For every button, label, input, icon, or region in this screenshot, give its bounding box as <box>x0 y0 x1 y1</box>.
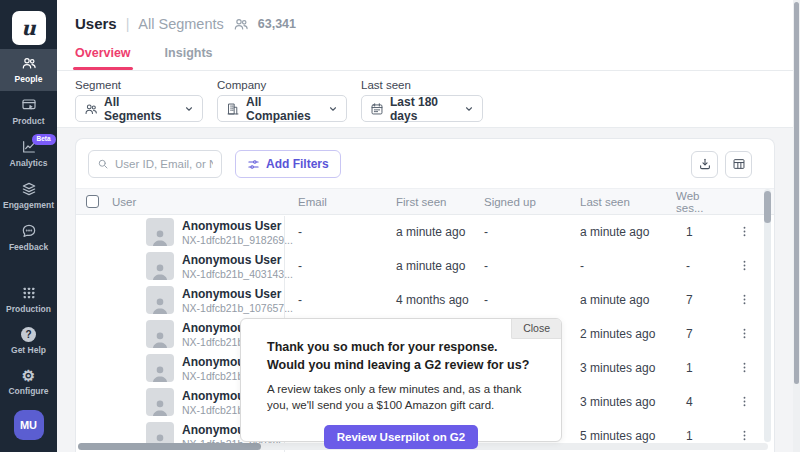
select-value: All Segments <box>104 95 178 123</box>
table-row[interactable]: Anonymous UserNX-1dfcb21b_918269...-a mi… <box>76 215 774 249</box>
avatar <box>146 252 174 280</box>
popup-body-text: A review takes only a few minutes and, a… <box>267 382 535 414</box>
people-icon <box>84 102 98 116</box>
people-icon <box>21 55 37 71</box>
review-on-g2-button[interactable]: Review Userpilot on G2 <box>324 425 478 449</box>
filter-company: Company All Companies <box>217 79 347 127</box>
sidebar: u People Product Beta Analytics Eng <box>0 0 57 452</box>
web-sessions-cell: 7 <box>672 293 730 307</box>
column-header-first-seen[interactable]: First seen <box>392 196 480 208</box>
user-count: 63,341 <box>258 17 296 31</box>
table-row[interactable]: Anonymous UserNX-1dfcb21b_403143...-a mi… <box>76 249 774 283</box>
column-header-email[interactable]: Email <box>294 196 392 208</box>
calendar-icon <box>370 102 384 116</box>
export-button[interactable] <box>691 151 718 178</box>
user-name[interactable]: Anonymous User <box>182 287 293 301</box>
last-seen-cell: a minute ago <box>576 225 672 239</box>
page-scrollbar <box>793 0 800 452</box>
tab-insights[interactable]: Insights <box>165 46 213 70</box>
row-menu-button[interactable] <box>734 291 755 308</box>
web-sessions-cell: 4 <box>672 395 730 409</box>
filter-label: Last seen <box>361 79 483 91</box>
company-select[interactable]: All Companies <box>217 95 347 122</box>
userpilot-logo[interactable]: u <box>12 11 46 45</box>
page-scrollbar-thumb[interactable] <box>794 2 799 384</box>
select-value: All Companies <box>246 95 322 123</box>
user-name[interactable]: Anonymous User <box>182 219 293 233</box>
sidebar-item-label: Feedback <box>9 242 48 252</box>
segment-select[interactable]: All Segments <box>75 95 203 122</box>
select-value: Last 180 days <box>390 95 458 123</box>
row-menu-button[interactable] <box>734 257 755 274</box>
horizontal-scrollbar-thumb[interactable] <box>78 443 261 450</box>
sidebar-item-label: Product <box>12 116 44 126</box>
last-seen-cell: 3 minutes ago <box>576 361 672 375</box>
sidebar-item-feedback[interactable]: Feedback <box>0 217 57 259</box>
layers-icon <box>21 181 37 197</box>
table-header: User Email First seen Signed up Last see… <box>76 188 774 215</box>
chevron-down-icon <box>184 104 194 114</box>
gear-icon: ⚙ <box>22 368 35 383</box>
sidebar-item-production[interactable]: Production <box>0 279 57 321</box>
sidebar-item-analytics[interactable]: Beta Analytics <box>0 133 57 175</box>
filter-label: Company <box>217 79 347 91</box>
first-seen-cell: 4 months ago <box>392 293 480 307</box>
sidebar-item-people[interactable]: People <box>0 49 57 91</box>
last-seen-cell: 5 minutes ago <box>576 429 672 443</box>
signed-up-cell: - <box>480 225 576 239</box>
tabs: Overview Insights <box>75 46 213 70</box>
sidebar-item-engagement[interactable]: Engagement <box>0 175 57 217</box>
web-sessions-cell: 1 <box>672 429 730 443</box>
search-box <box>88 150 222 178</box>
column-header-signed-up[interactable]: Signed up <box>480 196 576 208</box>
sidebar-item-label: Get Help <box>11 345 46 355</box>
column-header-last-seen[interactable]: Last seen <box>576 196 672 208</box>
row-menu-button[interactable] <box>734 223 755 240</box>
web-sessions-cell: 7 <box>672 327 730 341</box>
user-id: NX-1dfcb21b_107657... <box>182 302 293 314</box>
user-name[interactable]: Anonymous User <box>182 253 293 267</box>
add-filters-button[interactable]: Add Filters <box>235 150 341 178</box>
first-seen-cell: a minute ago <box>392 259 480 273</box>
tab-overview[interactable]: Overview <box>75 46 131 70</box>
signed-up-cell: - <box>480 293 576 307</box>
sidebar-item-configure[interactable]: ⚙ Configure <box>0 362 57 403</box>
chevron-down-icon <box>464 104 474 114</box>
logo-letter: u <box>21 18 36 38</box>
sidebar-item-label: Production <box>6 304 51 314</box>
avatar <box>146 286 174 314</box>
user-id: NX-1dfcb21b_918269... <box>182 234 293 246</box>
sliders-icon <box>247 158 260 171</box>
avatar <box>146 320 174 348</box>
row-menu-button[interactable] <box>734 393 755 410</box>
avatar <box>146 354 174 382</box>
avatar <box>146 218 174 246</box>
beta-badge: Beta <box>32 134 56 145</box>
analytics-icon: Beta <box>21 139 37 155</box>
manage-columns-button[interactable] <box>725 151 752 178</box>
search-input[interactable] <box>115 158 213 170</box>
user-avatar-button[interactable]: MU <box>14 410 44 440</box>
page-header: Users | All Segments 63,341 Overview Ins… <box>57 0 800 71</box>
row-menu-button[interactable] <box>734 325 755 342</box>
row-menu-button[interactable] <box>734 359 755 376</box>
help-icon: ? <box>21 327 36 342</box>
web-sessions-cell: - <box>672 259 730 273</box>
add-filters-label: Add Filters <box>266 157 329 171</box>
users-group-icon <box>233 16 249 32</box>
close-button[interactable]: Close <box>511 319 561 339</box>
filter-bar: Segment All Segments Company All Compani… <box>57 71 800 128</box>
columns-icon <box>732 157 746 171</box>
column-header-user[interactable]: User <box>108 196 294 208</box>
row-menu-button[interactable] <box>734 427 755 444</box>
column-header-web-sessions[interactable]: Web ses... <box>672 190 730 214</box>
table-row[interactable]: Anonymous UserNX-1dfcb21b_107657...-4 mo… <box>76 283 774 317</box>
last-seen-select[interactable]: Last 180 days <box>361 95 483 122</box>
user-id: NX-1dfcb21b_403143... <box>182 268 293 280</box>
sidebar-item-product[interactable]: Product <box>0 91 57 133</box>
select-all-checkbox[interactable] <box>86 195 99 208</box>
vertical-scrollbar-thumb[interactable] <box>764 191 771 223</box>
sidebar-item-get-help[interactable]: ? Get Help <box>0 321 57 362</box>
sidebar-nav: People Product Beta Analytics Engagement <box>0 49 57 259</box>
first-seen-cell: a minute ago <box>392 225 480 239</box>
